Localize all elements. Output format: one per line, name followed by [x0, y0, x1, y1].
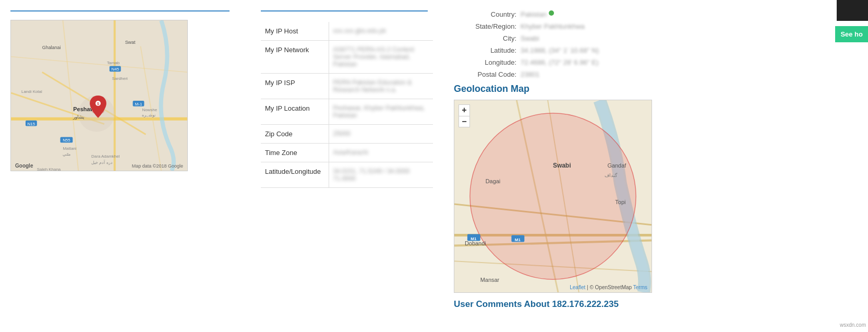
dark-bar [837, 0, 868, 21]
svg-text:Dobandi: Dobandi [465, 240, 486, 246]
map-attribution: Leaflet | © OpenStreetMap Terms [570, 284, 647, 290]
row-label: My IP Host [261, 22, 329, 41]
row-value: AS8771 PERN-AS-2 Content Server Provider… [329, 41, 433, 74]
row-label: My IP Location [261, 99, 329, 125]
table-row: Time Zone Asia/Karachi [261, 144, 433, 162]
right-panel: Country: Pakistan State/Region: Khyber P… [438, 0, 805, 332]
table-row: My IP Network AS8771 PERN-AS-2 Content S… [261, 41, 433, 74]
svg-text:Swat: Swat [125, 40, 136, 45]
zoom-out-button[interactable]: − [459, 116, 470, 127]
state-label: State/Region: [454, 22, 516, 30]
svg-text:مٹني: مٹني [63, 152, 70, 157]
detail-latitude: Latitude: 34.1988, (34° 1' 10.68'' N) [454, 46, 795, 54]
country-value: Pakistan [521, 10, 547, 18]
mid-divider [261, 10, 428, 11]
osm-text: © OpenStreetMap [589, 284, 632, 290]
google-logo: Google [15, 163, 33, 169]
svg-text:نوشہره: نوشہره [142, 113, 155, 117]
see-how-button[interactable]: See ho [835, 26, 868, 42]
table-row: My IP Location Peshawar, Khyber Pakhtunk… [261, 99, 433, 125]
svg-text:M-1: M-1 [135, 102, 142, 106]
svg-text:Landi Kotal: Landi Kotal [21, 89, 42, 94]
leaflet-link[interactable]: Leaflet [570, 284, 585, 290]
svg-text:Swabi: Swabi [553, 162, 571, 169]
row-value: xxx.xxx.gbs.edu.pk [329, 22, 433, 41]
svg-text:Gandaf: Gandaf [607, 162, 626, 169]
row-label: My IP ISP [261, 74, 329, 99]
ip-info-table: My IP Host xxx.xxx.gbs.edu.pk My IP Netw… [261, 22, 433, 188]
far-right-panel: See ho wsxdn.com [805, 0, 868, 332]
row-value: Peshawar, Khyber Pakhtunkhwa, Pakistan [329, 99, 433, 125]
postal-value: 23801 [521, 70, 539, 78]
geolocation-title: Geolocation Map [454, 84, 795, 94]
left-panel: Ghalanai Swat Tarnab Sardheri Landi Kota… [0, 0, 240, 332]
detail-state: State/Region: Khyber Pakhtunkhwa [454, 22, 795, 30]
row-label: Latitude/Longitude [261, 162, 329, 188]
google-map[interactable]: Ghalanai Swat Tarnab Sardheri Landi Kota… [10, 20, 188, 171]
row-label: Zip Code [261, 125, 329, 144]
svg-text:Topi: Topi [615, 199, 625, 205]
left-divider [10, 10, 230, 11]
row-label: My IP Network [261, 41, 329, 74]
svg-text:Dara Adamkhel: Dara Adamkhel [91, 154, 120, 159]
state-value: Khyber Pakhtunkhwa [521, 22, 585, 30]
city-value: Swabi [521, 34, 539, 42]
zoom-in-button[interactable]: + [459, 104, 470, 116]
svg-text:Tarnab: Tarnab [107, 61, 120, 65]
table-row: My IP ISP PERN Pakistan Education & Rese… [261, 74, 433, 99]
lon-value: 72.4686, (72° 28' 6.96'' E) [521, 58, 598, 66]
svg-text:دره آدم خيل: دره آدم خيل [91, 160, 112, 165]
svg-text:Mattani: Mattani [63, 146, 76, 151]
svg-text:N45: N45 [112, 67, 119, 72]
svg-point-41 [470, 113, 636, 279]
svg-text:N15: N15 [28, 122, 35, 126]
row-value: PERN Pakistan Education & Research Netwo… [329, 74, 433, 99]
row-label: Time Zone [261, 144, 329, 162]
svg-text:Saleh Khana: Saleh Khana [37, 167, 61, 171]
svg-text:S: S [97, 102, 100, 105]
map-data-label: Map data ©2018 Google [132, 163, 183, 169]
detail-postal: Postal Code: 23801 [454, 70, 795, 78]
table-row: My IP Host xxx.xxx.gbs.edu.pk [261, 22, 433, 41]
geolocation-map[interactable]: Dagai Swabi Gandaf گنداف Topi Dobandi Ma… [454, 100, 652, 293]
row-value: Asia/Karachi [329, 144, 433, 162]
svg-text:N55: N55 [63, 138, 70, 143]
row-value: 25000 [329, 125, 433, 144]
svg-text:Mansar: Mansar [480, 277, 500, 283]
table-row: Latitude/Longitude 34.0151, 71.5249 / 34… [261, 162, 433, 188]
city-label: City: [454, 34, 516, 42]
middle-panel: My IP Host xxx.xxx.gbs.edu.pk My IP Netw… [240, 0, 438, 332]
detail-rows: Country: Pakistan State/Region: Khyber P… [454, 10, 795, 78]
detail-country: Country: Pakistan [454, 10, 795, 18]
detail-longitude: Longitude: 72.4686, (72° 28' 6.96'' E) [454, 58, 795, 66]
country-label: Country: [454, 10, 516, 18]
map-zoom-controls: + − [459, 104, 470, 127]
svg-text:گنداف: گنداف [605, 172, 618, 178]
svg-text:پشاور: پشاور [73, 114, 85, 120]
svg-text:M1: M1 [471, 236, 477, 241]
svg-text:Dagai: Dagai [486, 178, 501, 184]
postal-label: Postal Code: [454, 70, 516, 78]
user-comments-title: User Comments About 182.176.222.235 [454, 299, 795, 310]
terms-link[interactable]: Terms [633, 284, 647, 290]
row-value: 34.0151, 71.5249 / 34.0000 71.0000 [329, 162, 433, 188]
country-status-dot [549, 10, 554, 16]
lon-label: Longitude: [454, 58, 516, 66]
detail-city: City: Swabi [454, 34, 795, 42]
svg-text:Sardheri: Sardheri [112, 76, 128, 81]
svg-text:M1: M1 [515, 238, 521, 242]
lat-value: 34.1988, (34° 1' 10.68'' N) [521, 46, 599, 54]
watermark: wsxdn.com [840, 322, 866, 328]
lat-label: Latitude: [454, 46, 516, 54]
svg-text:Ghalanai: Ghalanai [42, 45, 61, 50]
svg-text:Nowshe: Nowshe [142, 108, 157, 112]
table-row: Zip Code 25000 [261, 125, 433, 144]
